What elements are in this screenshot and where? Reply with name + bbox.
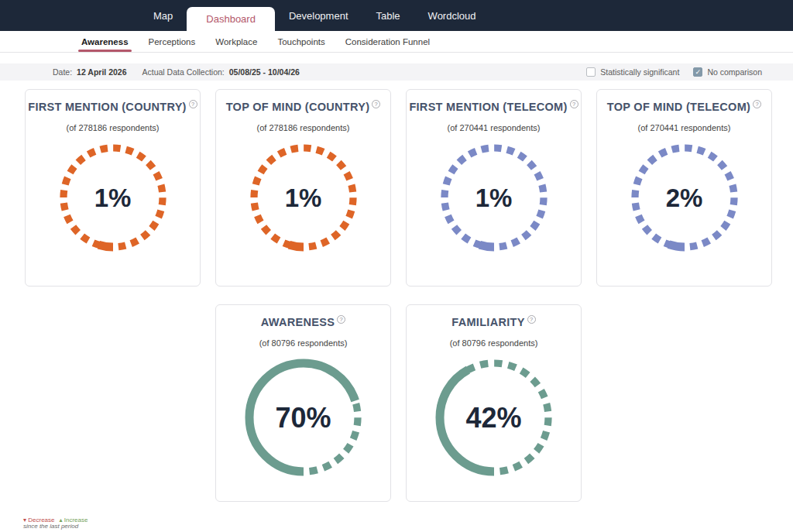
card-title: FIRST MENTION (COUNTRY)? <box>26 100 200 113</box>
filter-checkbox-no-comparison[interactable]: ✓ No comparison <box>693 67 762 77</box>
nav-tab-dashboard[interactable]: Dashboard <box>187 7 275 31</box>
card-title-text: FIRST MENTION (TELECOM) <box>409 101 567 113</box>
checkbox-icon[interactable] <box>586 67 596 77</box>
help-icon[interactable]: ? <box>527 315 536 324</box>
donut-gauge: 42% <box>431 355 557 483</box>
gauge-cards-grid: FIRST MENTION (COUNTRY)? (of 278186 resp… <box>0 81 793 502</box>
legend-caption: since the last period <box>23 523 88 530</box>
help-icon[interactable]: ? <box>189 100 197 108</box>
collection-value: 05/08/25 - 10/04/26 <box>229 67 300 77</box>
subnav-tab-perceptions[interactable]: Perceptions <box>139 31 206 52</box>
help-icon[interactable]: ? <box>753 100 761 108</box>
card-title: AWARENESS? <box>216 315 390 328</box>
checkbox-label: Statistically significant <box>600 67 679 77</box>
card-title-text: FAMILIARITY <box>451 316 524 328</box>
filter-bar: Date: 12 April 2026 Actual Data Collecti… <box>0 63 793 81</box>
gauge-card-first-mention-telecom: FIRST MENTION (TELECOM)? (of 270441 resp… <box>406 89 582 287</box>
nav-tab-table[interactable]: Table <box>362 0 414 31</box>
card-respondents: (of 270441 respondents) <box>597 123 771 132</box>
nav-tab-wordcloud[interactable]: Wordcloud <box>414 0 490 31</box>
donut-gauge: 2% <box>627 139 743 259</box>
gauge-card-awareness: AWARENESS? (of 80796 respondents) 70% <box>215 304 391 502</box>
checkbox-icon[interactable]: ✓ <box>693 67 702 77</box>
top-nav: MapDashboardDevelopmentTableWordcloud <box>0 0 793 31</box>
subnav-tab-touchpoints[interactable]: Touchpoints <box>267 31 335 52</box>
help-icon[interactable]: ? <box>570 100 578 108</box>
gauge-percent-label: 42% <box>465 402 521 434</box>
gauge-percent-label: 1% <box>285 184 322 213</box>
nav-tab-map[interactable]: Map <box>139 0 187 31</box>
donut-gauge: 70% <box>241 355 366 483</box>
subnav-tab-workplace[interactable]: Workplace <box>205 31 267 52</box>
gauge-percent-label: 2% <box>666 184 703 213</box>
nav-tab-development[interactable]: Development <box>275 0 362 31</box>
card-title-text: TOP OF MIND (TELECOM) <box>607 101 750 113</box>
date-info: Date: 12 April 2026 Actual Data Collecti… <box>53 67 300 77</box>
card-respondents: (of 278186 respondents) <box>26 123 200 132</box>
gauge-percent-label: 70% <box>275 402 331 434</box>
gauge-card-top-of-mind-country: TOP OF MIND (COUNTRY)? (of 278186 respon… <box>215 89 391 287</box>
help-icon[interactable]: ? <box>372 100 380 108</box>
card-title: TOP OF MIND (TELECOM)? <box>597 100 771 113</box>
checkbox-label: No comparison <box>707 67 762 77</box>
card-respondents: (of 270441 respondents) <box>407 123 581 132</box>
card-title-text: AWARENESS <box>261 316 335 328</box>
date-label: Date: <box>53 67 72 77</box>
gauge-percent-label: 1% <box>94 184 132 213</box>
subnav-tab-awareness[interactable]: Awareness <box>71 31 139 52</box>
card-title-text: TOP OF MIND (COUNTRY) <box>226 101 370 113</box>
gauge-card-first-mention-country: FIRST MENTION (COUNTRY)? (of 278186 resp… <box>25 89 201 287</box>
donut-gauge: 1% <box>245 139 362 259</box>
card-title-text: FIRST MENTION (COUNTRY) <box>28 101 187 113</box>
card-respondents: (of 278186 respondents) <box>216 123 390 132</box>
card-respondents: (of 80796 respondents) <box>216 338 390 348</box>
filter-checkbox-statistically-significant[interactable]: Statistically significant <box>586 67 679 77</box>
help-icon[interactable]: ? <box>337 315 345 324</box>
gauge-card-familiarity: FAMILIARITY? (of 80796 respondents) 42% <box>406 304 582 502</box>
card-title: FAMILIARITY? <box>407 315 581 328</box>
footer-legend: ▾ Decrease ▴ Increase since the last per… <box>23 517 88 530</box>
donut-gauge: 1% <box>436 139 552 259</box>
collection-label: Actual Data Collection: <box>142 67 225 77</box>
card-title: FIRST MENTION (TELECOM)? <box>407 100 581 113</box>
filter-options: Statistically significant ✓ No compariso… <box>586 67 762 77</box>
date-value: 12 April 2026 <box>77 67 126 77</box>
subnav-tab-consideration-funnel[interactable]: Consideration Funnel <box>335 31 440 52</box>
sub-nav: AwarenessPerceptionsWorkplaceTouchpoints… <box>0 31 793 53</box>
card-title: TOP OF MIND (COUNTRY)? <box>216 100 390 113</box>
card-respondents: (of 80796 respondents) <box>407 338 581 348</box>
donut-gauge: 1% <box>55 139 171 259</box>
gauge-card-top-of-mind-telecom: TOP OF MIND (TELECOM)? (of 270441 respon… <box>596 89 772 287</box>
gauge-percent-label: 1% <box>475 184 513 213</box>
